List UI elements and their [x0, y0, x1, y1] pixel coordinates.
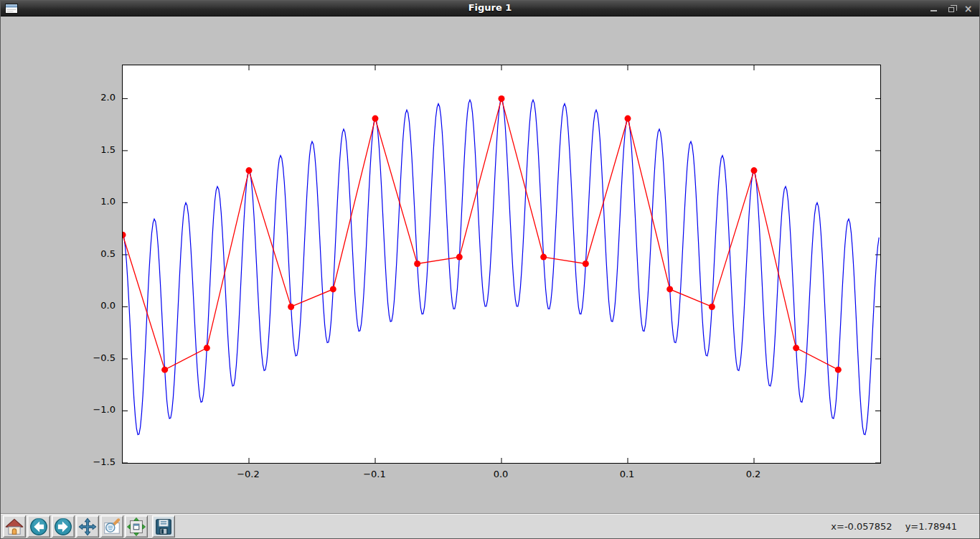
y-tick-label: −1.0: [72, 404, 116, 415]
sample-marker: [793, 345, 799, 351]
plot-area[interactable]: [122, 65, 881, 464]
zoom-rect-icon: [103, 517, 121, 536]
sample-marker: [666, 286, 673, 292]
sample-marker: [246, 167, 253, 174]
x-tick-label: −0.1: [352, 469, 397, 479]
window-titlebar: Figure 1 ×: [0, 0, 980, 17]
restore-icon: [948, 7, 954, 12]
configure-subplots-button[interactable]: [125, 515, 148, 538]
close-icon: ×: [964, 4, 973, 14]
y-tick-label: −0.5: [72, 352, 116, 363]
sample-marker: [414, 261, 420, 267]
y-tick-label: 2.0: [72, 92, 116, 103]
y-tick-label: −1.5: [72, 456, 116, 467]
back-button[interactable]: [27, 515, 50, 538]
save-floppy-icon: [154, 517, 173, 536]
y-tick-label: 0.0: [72, 300, 116, 311]
sample-marker: [456, 254, 463, 261]
configure-subplots-icon: [127, 517, 146, 536]
home-button[interactable]: [3, 515, 26, 538]
save-button[interactable]: [152, 515, 175, 538]
sample-marker: [372, 116, 379, 122]
sample-marker: [540, 254, 547, 261]
minimize-icon: [930, 10, 937, 11]
y-tick-label: 1.5: [72, 144, 116, 155]
sampled-signal-line: [123, 98, 838, 370]
y-tick-label: 1.0: [72, 196, 116, 207]
cursor-x-value: x=-0.057852: [831, 521, 892, 532]
y-tick-label: 0.5: [72, 248, 116, 259]
pan-move-icon: [78, 517, 97, 536]
cursor-position-readout: x=-0.057852y=1.78941: [831, 521, 957, 532]
x-tick-label: 0.0: [478, 469, 524, 479]
sample-marker: [161, 367, 168, 373]
sample-marker: [204, 345, 210, 351]
continuous-signal-line: [123, 98, 879, 434]
restore-button[interactable]: [946, 3, 956, 14]
x-tick-label: 0.1: [604, 469, 650, 479]
cursor-y-value: y=1.78941: [905, 521, 957, 532]
forward-arrow-icon: [54, 517, 72, 536]
sample-marker: [330, 286, 336, 292]
sample-marker: [835, 367, 842, 373]
pan-button[interactable]: [76, 515, 99, 538]
x-tick-label: 0.2: [730, 469, 776, 479]
zoom-to-rect-button[interactable]: [100, 515, 123, 538]
sample-marker: [288, 304, 294, 310]
sample-marker: [751, 167, 758, 174]
sample-marker: [583, 261, 589, 267]
navigation-toolbar: x=-0.057852y=1.78941: [0, 513, 980, 539]
minimize-button[interactable]: [929, 3, 938, 14]
window-title: Figure 1: [0, 2, 980, 13]
sample-marker: [625, 116, 631, 122]
close-button[interactable]: ×: [963, 3, 973, 14]
back-arrow-icon: [29, 517, 48, 536]
sample-marker: [709, 304, 715, 310]
sample-marker: [499, 95, 505, 102]
home-icon: [5, 517, 24, 536]
forward-button[interactable]: [52, 515, 75, 538]
x-tick-label: −0.2: [225, 469, 271, 479]
sample-marker: [123, 232, 126, 238]
figure-canvas: −0.2−0.10.00.10.22.01.51.00.50.0−0.5−1.0…: [0, 17, 980, 513]
